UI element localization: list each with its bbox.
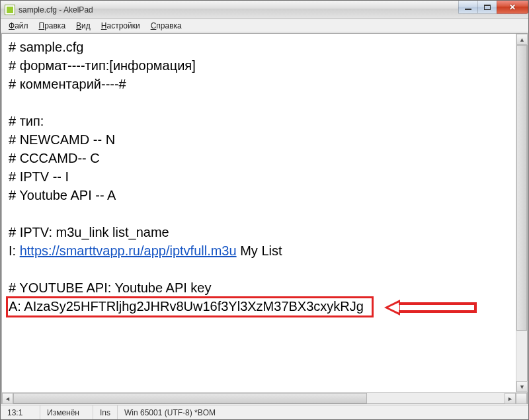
line: A: AIzaSy25HFTRljhg2JHRv8Uw16f3Yl3XzM37B… — [9, 299, 364, 314]
line: # комментарий----# — [9, 77, 126, 91]
scroll-thumb[interactable] — [13, 393, 367, 403]
status-modified: Изменён — [40, 405, 93, 419]
menu-help[interactable]: Справка — [145, 20, 187, 32]
menu-view[interactable]: Вид — [71, 20, 96, 32]
maximize-button[interactable] — [477, 1, 497, 14]
line: # Youtube API -- A — [9, 188, 116, 202]
line-prefix: I: — [9, 243, 20, 258]
line: # IPTV: m3u_link list_name — [9, 225, 169, 239]
editor-container: # sample.cfg # формат----тип:[информация… — [1, 33, 528, 404]
status-cursor: 13:1 — [1, 405, 40, 419]
text-editor[interactable]: # sample.cfg # формат----тип:[информация… — [2, 34, 527, 392]
status-encoding: Win 65001 (UTF-8) *BOM — [118, 405, 222, 419]
arrow-annotation — [384, 299, 483, 316]
scroll-left-button[interactable]: ◄ — [2, 393, 13, 404]
status-insert: Ins — [93, 405, 118, 419]
line: # формат----тип:[информация] — [9, 58, 196, 73]
window-title: sample.cfg - AkelPad — [19, 5, 93, 15]
close-button[interactable]: ✕ — [497, 1, 528, 14]
line: # тип: — [9, 114, 44, 128]
scroll-down-button[interactable]: ▼ — [516, 381, 528, 392]
statusbar: 13:1 Изменён Ins Win 65001 (UTF-8) *BOM — [1, 405, 528, 419]
minimize-button[interactable] — [458, 1, 478, 14]
menu-file[interactable]: Файл — [3, 20, 34, 32]
line-suffix: My List — [237, 243, 282, 258]
menubar: Файл Правка Вид Настройки Справка — [1, 19, 528, 32]
scroll-up-button[interactable]: ▲ — [516, 34, 528, 45]
scroll-track[interactable] — [516, 45, 527, 381]
scroll-track[interactable] — [13, 393, 505, 403]
app-icon — [5, 5, 15, 15]
menu-edit[interactable]: Правка — [34, 20, 71, 32]
scroll-right-button[interactable]: ► — [505, 393, 516, 404]
close-icon: ✕ — [509, 3, 516, 12]
line: # IPTV -- I — [9, 169, 69, 184]
iptv-link[interactable]: https://smarttvapp.ru/app/iptvfull.m3u — [20, 243, 237, 258]
app-window: sample.cfg - AkelPad ✕ Файл Правка Вид Н… — [0, 0, 529, 420]
window-controls: ✕ — [459, 1, 528, 14]
menu-settings[interactable]: Настройки — [96, 20, 145, 32]
line: # sample.cfg — [9, 40, 83, 54]
vertical-scrollbar[interactable]: ▲ ▼ — [516, 34, 527, 392]
scroll-thumb[interactable] — [516, 45, 527, 331]
scroll-corner — [516, 393, 527, 404]
line: # YOUTUBE API: Youtube API key — [9, 280, 211, 295]
titlebar[interactable]: sample.cfg - AkelPad ✕ — [1, 1, 528, 19]
horizontal-scrollbar[interactable]: ◄ ► — [2, 392, 527, 403]
line: # CCCAMD-- C — [9, 151, 100, 165]
line: # NEWCAMD -- N — [9, 132, 115, 147]
